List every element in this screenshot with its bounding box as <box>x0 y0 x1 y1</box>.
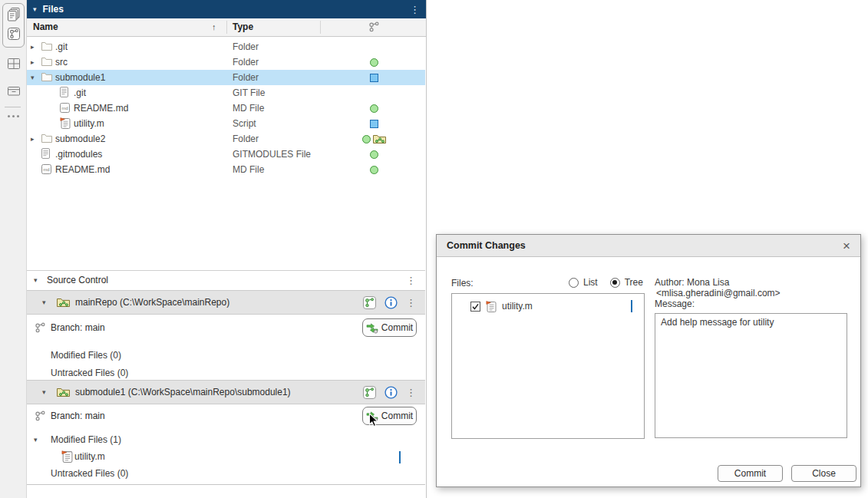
commit-icon <box>366 322 378 334</box>
panel-box-icon[interactable] <box>5 82 21 98</box>
tree-radio[interactable] <box>610 278 620 288</box>
status-modified-icon <box>370 74 378 82</box>
dialog-title: Commit Changes <box>447 240 526 251</box>
more-options-icon[interactable] <box>0 115 27 117</box>
file-row[interactable]: README.md MD File <box>27 162 425 177</box>
file-type: Script <box>233 116 256 131</box>
file-row[interactable]: ▸ submodule2 Folder <box>27 131 425 147</box>
expand-arrow-icon[interactable]: ▸ <box>31 39 35 54</box>
repo-menu-icon[interactable]: ⋮ <box>406 387 416 398</box>
list-radio-label[interactable]: List <box>583 277 598 288</box>
modified-files-section[interactable]: Modified Files (0) <box>51 349 121 361</box>
collapse-arrow-icon[interactable]: ▾ <box>34 271 38 290</box>
script-file-icon <box>61 450 73 463</box>
file-name: README.md <box>55 162 110 177</box>
file-row[interactable]: utility.m Script <box>27 116 425 131</box>
file-row[interactable]: .git GIT File <box>27 85 425 101</box>
expand-arrow-icon[interactable]: ▸ <box>31 54 35 70</box>
file-row[interactable]: .gitmodules GITMODULES File <box>27 147 425 162</box>
source-control-title: Source Control <box>47 271 108 290</box>
source-control-header[interactable]: ▾ Source Control ⋮ <box>27 270 425 290</box>
file-row[interactable]: ▸ src Folder <box>27 54 425 70</box>
status-clean-icon <box>370 150 378 159</box>
column-type[interactable]: Type <box>233 18 253 36</box>
collapse-arrow-icon[interactable]: ▾ <box>42 381 46 404</box>
files-menu-icon[interactable]: ⋮ <box>410 4 420 15</box>
modified-file-row[interactable]: utility.m <box>27 449 425 464</box>
layout-grid-icon[interactable] <box>5 55 21 71</box>
files-panel: ▾ Files ⋮ Name ↑ Type ▸ .git Folder ▸ sr… <box>27 0 427 498</box>
commit-file-row[interactable]: utility.m <box>452 298 644 315</box>
branch-icon <box>35 322 45 333</box>
file-type: Folder <box>233 70 259 85</box>
md-file-icon <box>41 164 51 174</box>
status-clean-icon <box>370 166 378 174</box>
source-control-panel-icon[interactable] <box>5 25 21 41</box>
collapse-arrow-icon[interactable]: ▾ <box>34 434 38 446</box>
branch-label: Branch: main <box>51 316 105 339</box>
status-clean-icon <box>370 104 378 113</box>
checkbox-checked[interactable] <box>470 302 480 312</box>
commit-message-input[interactable]: Add help message for utility <box>655 313 847 438</box>
branch-row: Branch: main Commit <box>27 404 425 427</box>
file-row[interactable]: README.md MD File <box>27 101 425 116</box>
list-radio[interactable] <box>569 278 579 288</box>
repo-header-submodule1[interactable]: ▾ submodule1 (C:\WorkSpace\mainRepo\subm… <box>27 380 425 404</box>
mouse-cursor <box>368 413 379 430</box>
documents-panel-icon[interactable] <box>5 6 21 22</box>
panel-divider <box>27 484 425 485</box>
submodule-icon <box>373 134 386 144</box>
repo-label: mainRepo (C:\WorkSpace\mainRepo) <box>75 291 229 314</box>
script-file-icon <box>60 117 71 129</box>
file-name: utility.m <box>74 116 104 131</box>
repo-menu-icon[interactable]: ⋮ <box>406 297 416 308</box>
branch-icon <box>35 411 45 421</box>
untracked-files-section[interactable]: Untracked Files (0) <box>51 467 128 480</box>
repo-folder-icon <box>57 298 70 308</box>
sort-ascending-icon[interactable]: ↑ <box>212 18 216 36</box>
file-type: GITMODULES File <box>233 147 311 162</box>
toolstrip-divider <box>5 107 21 107</box>
collapse-arrow-icon[interactable]: ▾ <box>31 70 35 85</box>
info-icon[interactable] <box>384 296 398 309</box>
repo-folder-icon <box>57 388 70 397</box>
commit-button[interactable]: Commit <box>362 318 417 337</box>
git-file-icon <box>60 87 68 97</box>
file-type: Folder <box>233 39 259 54</box>
expand-arrow-icon[interactable]: ▸ <box>31 131 35 147</box>
info-icon[interactable] <box>384 386 398 399</box>
commit-file-list[interactable]: utility.m <box>451 293 645 439</box>
source-control-menu-icon[interactable]: ⋮ <box>406 271 416 290</box>
collapse-arrow-icon[interactable]: ▾ <box>42 291 46 314</box>
git-file-icon <box>41 148 50 159</box>
author-name: Author: Mona Lisa <box>655 277 781 288</box>
commit-changes-dialog: Commit Changes × Files: List Tree utilit… <box>436 234 861 487</box>
file-type: MD File <box>233 101 264 116</box>
files-panel-header[interactable]: ▾ Files ⋮ <box>27 0 426 18</box>
modified-files-section[interactable]: Modified Files (1) <box>51 434 121 446</box>
file-type: Folder <box>233 131 259 147</box>
file-row-selected[interactable]: ▾ submodule1 Folder <box>27 70 425 85</box>
status-modified-icon <box>631 300 632 312</box>
file-name: README.md <box>74 101 128 116</box>
files-column-header: Name ↑ Type <box>27 18 426 37</box>
dialog-close-button[interactable]: Close <box>791 465 856 482</box>
collapse-arrow-icon[interactable]: ▾ <box>33 5 37 13</box>
branches-icon[interactable] <box>363 386 376 399</box>
column-name[interactable]: Name <box>33 18 58 36</box>
md-file-icon <box>60 103 70 113</box>
file-name: .git <box>55 39 68 54</box>
untracked-files-section[interactable]: Untracked Files (0) <box>51 367 128 379</box>
dialog-commit-button[interactable]: Commit <box>718 465 783 482</box>
author-email: <mlisa.gheradini@gmail.com> <box>655 288 781 298</box>
repo-header-mainrepo[interactable]: ▾ mainRepo (C:\WorkSpace\mainRepo) ⋮ <box>27 290 425 315</box>
folder-icon <box>41 41 52 51</box>
dialog-titlebar[interactable]: Commit Changes × <box>437 235 860 257</box>
tree-radio-label[interactable]: Tree <box>625 277 643 288</box>
column-git-status[interactable] <box>320 21 427 32</box>
branches-icon[interactable] <box>363 296 376 309</box>
file-row[interactable]: ▸ .git Folder <box>27 39 425 54</box>
close-icon[interactable]: × <box>843 239 850 252</box>
status-modified-icon <box>399 451 401 463</box>
view-toggle: List Tree <box>569 277 643 288</box>
